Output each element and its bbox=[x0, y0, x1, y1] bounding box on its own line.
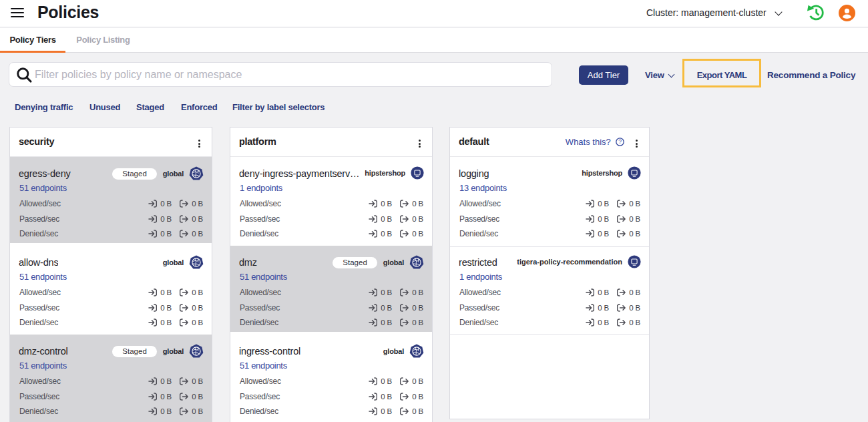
svg-text:?: ? bbox=[618, 138, 622, 145]
